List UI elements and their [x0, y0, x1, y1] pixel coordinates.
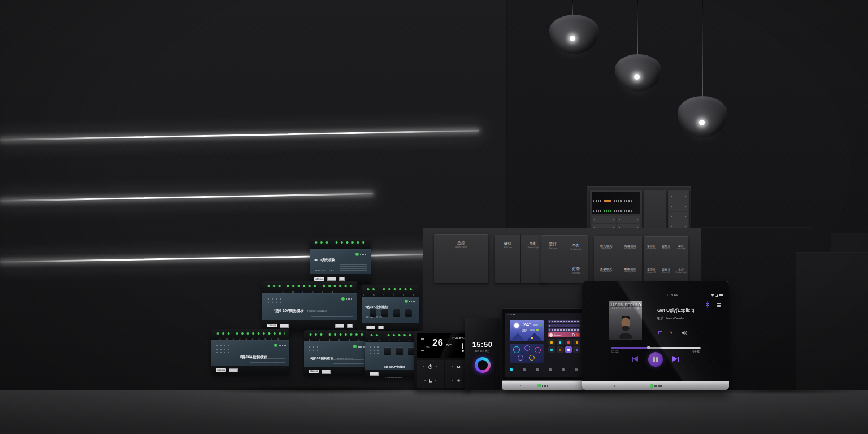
screw-dot	[520, 385, 521, 386]
heart-icon[interactable]: ♥	[670, 330, 673, 335]
shuffle-icon[interactable]: ⇄	[658, 329, 662, 335]
nav-icon[interactable]	[549, 368, 552, 371]
switch-light-strip[interactable]: 灯带 Light Strip	[565, 259, 588, 283]
door-icon	[567, 341, 570, 344]
quick-controls-card[interactable]	[510, 344, 544, 363]
switch-wall-lamp[interactable]: 壁灯 Wall Lamp	[674, 236, 688, 259]
control-icon[interactable]	[535, 347, 541, 353]
switch-curtain-close[interactable]: 窗帘关 Curtain Off	[644, 260, 658, 283]
music-progress-knob[interactable]	[647, 346, 650, 349]
brand-mark-icon	[537, 384, 541, 387]
touchscreen[interactable]: 11:27 AM 24° 26°	[505, 313, 582, 377]
weather-chip	[530, 329, 535, 331]
nav-icon[interactable]	[575, 368, 578, 371]
switch-master[interactable]: 总控 Master Switch	[434, 234, 488, 283]
notification-row[interactable]	[548, 320, 580, 323]
device-tile-grid	[548, 339, 580, 353]
module-label-plate: 8路20A控制模块 FE-MXC-Z8-20-2C	[365, 342, 417, 370]
device-tile-tv[interactable]	[548, 346, 555, 353]
panel-key[interactable]	[679, 212, 689, 222]
scene-key[interactable]	[592, 216, 616, 223]
panel-key[interactable]	[669, 212, 679, 222]
temp-adjust-key[interactable]	[417, 374, 444, 388]
switch-scene-reading[interactable]: 阅读模式 Reading Mode	[619, 236, 643, 259]
relay-toggle[interactable]	[396, 347, 403, 355]
device-tile-ac[interactable]	[557, 339, 564, 345]
control-icon[interactable]	[529, 355, 535, 361]
terminal-strip: L N 1 2 3 4 5 6 7 8	[211, 329, 289, 340]
device-icon	[576, 341, 578, 344]
lit-window-dot	[531, 337, 533, 339]
bluetooth-icon[interactable]	[705, 301, 710, 308]
switch-wall-lamp[interactable]: 壁灯 Wall Lamp	[541, 235, 565, 283]
switch-sheer-open[interactable]: 窗纱开 Sheer On	[659, 236, 673, 259]
panel-key[interactable]	[679, 191, 689, 201]
device-tile-active[interactable]	[565, 346, 572, 353]
switch-wall-lamp[interactable]: 壁灯 Wall Lamp	[495, 235, 520, 283]
nav-icon[interactable]	[523, 368, 526, 371]
ac-icon	[559, 341, 561, 344]
switch-curtain-open[interactable]: 窗帘开 Curtain On	[644, 236, 658, 259]
scene-keypad-panel[interactable]	[590, 190, 642, 233]
weather-card[interactable]: 24° 26°	[510, 320, 544, 341]
switch-scene-bright[interactable]: 明亮模式 Bright Mode	[594, 236, 618, 259]
back-arrow-icon[interactable]: ←	[599, 292, 605, 298]
spec-text-block	[340, 264, 367, 272]
status-time: 11:27 AM	[507, 314, 516, 316]
notification-row[interactable]	[548, 328, 580, 332]
panel-key[interactable]	[679, 201, 689, 211]
relay-toggle[interactable]	[370, 309, 376, 317]
brand-logo	[341, 297, 353, 301]
relay-toggle[interactable]	[405, 309, 412, 317]
control-icon[interactable]	[518, 355, 523, 361]
pause-button[interactable]	[648, 352, 663, 367]
nav-home-icon[interactable]	[510, 368, 513, 371]
status-leds	[216, 345, 232, 354]
module-base: CAN总线	[304, 367, 368, 375]
connector-block	[280, 324, 289, 328]
call-icon[interactable]	[572, 333, 575, 336]
nav-icon[interactable]	[562, 368, 565, 371]
switch-twin-panel: 壁灯 Wall Lamp 吊灯 Pendant Light	[495, 235, 546, 283]
power-key[interactable]	[417, 360, 444, 374]
visitor-alert-row[interactable]: Stranger	[548, 332, 580, 337]
next-track-icon[interactable]	[672, 356, 679, 362]
module-label-plate: 4路16A控制模块 FE-MXC-Z4-16-2C	[362, 297, 419, 323]
relay-toggle[interactable]	[393, 309, 400, 317]
base-bar	[582, 381, 729, 390]
device-tile-pet[interactable]	[557, 346, 564, 353]
hangup-icon[interactable]	[576, 333, 579, 336]
voice-assistant-orb[interactable]	[475, 357, 491, 373]
status-leds	[267, 298, 283, 304]
panel-key[interactable]	[669, 201, 679, 211]
switch-pendant-light[interactable]: 吊灯 Pendant Light	[674, 260, 688, 283]
previous-track-icon[interactable]	[632, 356, 638, 362]
tv-icon	[550, 349, 553, 351]
relay-toggle[interactable]	[381, 309, 388, 317]
device-tile[interactable]	[573, 346, 580, 353]
switch-scene-sleep[interactable]: 睡眠模式 Sleeping Mode	[619, 259, 643, 283]
device-tile[interactable]	[573, 339, 580, 345]
nav-icon[interactable]	[536, 368, 539, 371]
terminal-dots	[235, 331, 285, 336]
lyrics-icon[interactable]	[717, 302, 721, 307]
control-icon[interactable]	[513, 346, 520, 353]
switch-sheer-close[interactable]: 窗纱关 Sheer Off	[659, 260, 673, 283]
switch-scene-warm[interactable]: 温馨模式 Warm Mode	[594, 259, 618, 283]
scene-key[interactable]	[617, 216, 641, 223]
volume-icon[interactable]	[682, 331, 687, 335]
connector-block	[378, 326, 384, 329]
lamp-bulb	[634, 74, 640, 80]
clock-date: 10月30日 周三	[465, 350, 500, 353]
wifi-icon	[711, 294, 714, 297]
control-icon[interactable]	[524, 345, 530, 351]
device-tile-door[interactable]	[565, 339, 572, 345]
relay-toggle[interactable]	[384, 347, 391, 355]
music-progress-bar[interactable]	[611, 347, 701, 349]
duration-time: 04:42	[692, 350, 700, 353]
panel-key[interactable]	[669, 191, 679, 201]
switch-pendant-light[interactable]: 吊灯 Pendant Light	[565, 235, 588, 259]
eight-key-panel[interactable]	[668, 190, 689, 233]
notification-row[interactable]	[548, 324, 580, 328]
device-tile-light[interactable]	[548, 339, 555, 345]
